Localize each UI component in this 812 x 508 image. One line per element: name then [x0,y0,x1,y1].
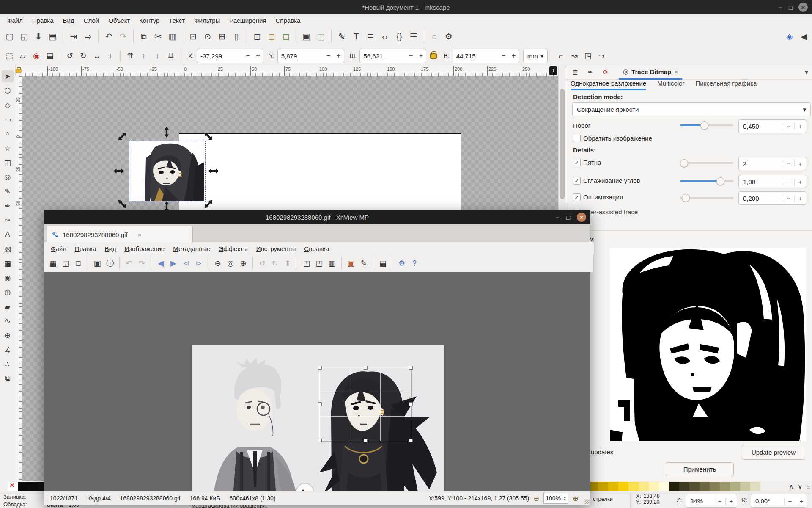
menu-extensions[interactable]: Расширения [225,16,270,25]
palette-swatch[interactable] [608,482,618,491]
xnview-minimize-button[interactable]: − [556,214,560,221]
zoom-plus-button[interactable]: + [725,497,737,505]
no-color-swatch[interactable] [8,482,18,491]
palette-swatch[interactable] [720,482,730,491]
xn-menu-view[interactable]: Вид [102,244,120,253]
duplicate-icon[interactable]: ⧉ [137,30,151,43]
pages-tool-icon[interactable]: ⧉ [2,373,14,384]
select-touch-icon[interactable]: ⬚ [3,50,16,62]
print-icon[interactable]: ▤ [377,257,389,269]
rotate-cw-icon[interactable]: ↻ [77,50,90,62]
zoom-selection-icon[interactable]: ⊡ [187,30,200,43]
snap-others-icon[interactable]: ⇢ [595,50,608,62]
page-lock-yellow-icon[interactable]: ◻ [265,30,278,43]
smooth-slider[interactable] [680,180,733,182]
menu-filters[interactable]: Фильтры [190,16,224,25]
threshold-spinbox[interactable]: 0,450 − + [738,119,806,133]
xnview-maximize-button[interactable]: □ [566,214,570,221]
node-tool-icon[interactable]: ⬡ [2,85,14,97]
width-plus-button[interactable]: + [416,52,426,60]
horizontal-ruler[interactable]: -100 -75 -50 -25 0 25 50 75 100 125 150 … [22,65,558,77]
objects-panel-icon[interactable]: ≣ [569,67,582,78]
scale-handle-w[interactable] [113,168,124,174]
palette-swatch[interactable] [618,482,628,491]
transform-skew-icon[interactable]: ▱ [16,50,29,62]
text-dialog-icon[interactable]: Т [349,30,363,43]
width-minus-button[interactable]: − [406,52,416,60]
palette-swatch[interactable] [679,482,689,491]
fullscreen-icon[interactable]: □ [72,257,84,269]
y-value[interactable]: 5,879 [278,52,324,60]
height-field[interactable]: 44,715 − + [453,49,519,63]
zoom-actual-icon[interactable]: ▯ [230,30,243,43]
palette-scroll-down-icon[interactable]: ∨ [798,483,802,490]
lower-to-bottom-icon[interactable]: ⇊ [165,50,177,62]
palette-swatch[interactable] [628,482,639,491]
palette-swatch[interactable] [669,482,679,491]
y-plus-button[interactable]: + [334,52,344,60]
invert-checkbox[interactable] [573,135,581,142]
box3d-tool-icon[interactable]: ◫ [2,157,14,168]
smooth-minus-button[interactable]: − [783,178,794,185]
fit-window-icon[interactable]: ◱ [60,257,71,269]
export-icon[interactable]: ⇨ [81,30,95,43]
minimize-button[interactable]: − [779,4,783,11]
inkscape-titlebar[interactable]: *Новый документ 1 - Inkscape − □ × [0,0,812,14]
info-icon[interactable]: ⓘ [104,257,116,269]
select-all-layers-icon[interactable]: ◫ [314,30,328,43]
bbox-circle-icon[interactable]: ◉ [30,50,43,62]
palette-scroll-up-icon[interactable]: ∧ [789,483,793,490]
zoom-out-icon[interactable]: ⊖ [529,491,543,505]
threshold-minus-button[interactable]: − [783,123,794,130]
cut-icon[interactable]: ✂ [151,30,165,43]
scale-handle-e[interactable] [208,168,219,174]
scale-handle-sw[interactable] [117,199,128,210]
undo-icon[interactable]: ↶ [123,257,135,269]
fill-stroke-icon[interactable]: ✎ [335,30,348,43]
xml-editor-icon[interactable]: ‹› [378,30,392,43]
smooth-checkbox[interactable]: ✓ [573,177,581,185]
x-value[interactable]: -37,299 [197,52,243,60]
snap-bbox-icon[interactable]: ⌐ [554,50,567,62]
raise-to-top-icon[interactable]: ⇈ [124,50,137,62]
eraser-tool-icon[interactable]: ▰ [2,301,14,312]
import-icon[interactable]: ⇥ [67,30,80,43]
bucket-tool-icon[interactable]: ◍ [2,286,14,298]
xnview-zoom-spinbox[interactable]: 100% ▲▼ [543,493,568,504]
flip-vertical-icon[interactable]: ↕ [104,50,117,62]
optimize-slider[interactable] [680,197,733,199]
text-tool-icon[interactable]: А [2,229,14,240]
xn-menu-help[interactable]: Справка [301,244,332,253]
help-icon[interactable]: ? [409,257,420,269]
zoom-in-icon[interactable]: ⊕ [569,491,582,505]
zoom-spinbox[interactable]: 84% − + [686,494,737,508]
paste-icon[interactable]: ▥ [166,30,179,43]
last-image-icon[interactable]: ⊳ [193,257,205,269]
height-minus-button[interactable]: − [499,52,509,60]
optimize-spinbox[interactable]: 0,200 − + [738,191,806,205]
tab-singlescan[interactable]: Однократное разложение [571,80,646,90]
speckles-minus-button[interactable]: − [783,160,794,167]
layout-icon[interactable]: ▥ [326,257,338,269]
rotation-value[interactable]: 0,00° [751,497,784,505]
xn-menu-image[interactable]: Изображение [121,244,168,253]
palette-swatch[interactable] [750,482,760,491]
xn-menu-edit[interactable]: Правка [71,244,100,253]
gradient-tool-icon[interactable]: ▧ [2,243,14,255]
page-lock-green-icon[interactable]: ◻ [279,30,293,43]
x-minus-button[interactable]: − [243,52,253,60]
resize-icon[interactable]: ◰ [313,257,325,269]
snap-path-icon[interactable]: ↝ [568,50,581,62]
tab-pixel-art[interactable]: Пиксельная графика [696,80,757,90]
folder-up-icon[interactable]: ⬆ [282,257,294,269]
shape-builder-tool-icon[interactable]: ◇ [2,99,14,111]
xnview-titlebar[interactable]: 1680298293288060.gif - XnView MP − □ × [44,210,590,224]
scale-handle-nw[interactable] [117,131,128,142]
menu-file[interactable]: Файл [3,16,27,25]
palette-swatch[interactable] [700,482,710,491]
rotate-left-icon[interactable]: ↺ [256,257,268,269]
width-field[interactable]: 56,621 − + [359,49,426,63]
palette-swatch[interactable] [28,482,38,491]
scale-handle-n[interactable] [164,127,169,138]
measure-tool-icon[interactable]: ∡ [2,344,14,356]
